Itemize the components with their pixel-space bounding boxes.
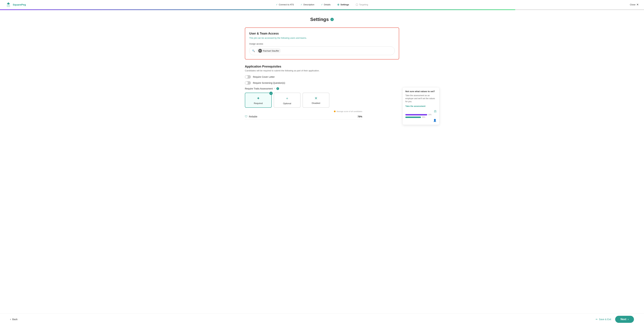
trait-option-optional[interactable]: ＋ Optional [274, 93, 300, 108]
avg-label: Average score of all candidates [336, 110, 362, 112]
reliable-label: Reliable [249, 115, 258, 118]
reliable-score: 79% [358, 115, 362, 118]
nav-step-label: Settings [340, 3, 349, 6]
svg-rect-2 [8, 3, 9, 5]
user-team-access-title: User & Team Access [249, 32, 395, 35]
avg-label-row: Average score of all candidates [245, 110, 362, 112]
nav-step-description[interactable]: ✓ Description [300, 3, 314, 6]
trait-option-label: Optional [283, 102, 291, 105]
chart-bar-row-2: 36% [405, 116, 436, 118]
prerequisites-description: Candidates will be required to submit th… [245, 69, 399, 72]
step-check-icon: ✓ [276, 3, 278, 6]
reliable-left: 🛡 Reliable [245, 115, 258, 118]
chart-bar-row-1: 19% [405, 114, 436, 116]
assign-access-label: Assign access [249, 42, 395, 45]
user-chip-label: Rachael Stauffer [263, 50, 279, 52]
scores-area: Average score of all candidates 🛡 Reliab… [245, 110, 362, 120]
info-icon[interactable]: i [330, 18, 334, 21]
tooltip-card: Not sure what values to set? Take the as… [402, 87, 440, 125]
nav-step-label: Details [324, 3, 330, 6]
top-nav: SquarePeg ✓ Connect to ATS ✓ Description… [0, 0, 644, 9]
search-icon: 🔍 [252, 49, 255, 52]
selected-check-badge: ✓ [269, 92, 273, 95]
tooltip-chart: ⚖ 19% 36% 👤 [405, 109, 436, 122]
close-icon: ✕ [636, 3, 639, 6]
trait-option-required[interactable]: ✓ ✦ Required [245, 93, 272, 108]
traits-label: Require Traits Assessment [245, 87, 273, 90]
user-chip: RS Rachael Stauffer [256, 48, 281, 53]
nav-step-connect-ats[interactable]: ✓ Connect to ATS [276, 3, 294, 6]
app-prerequisites-section: Application Prerequisites Candidates wil… [245, 65, 399, 120]
avatar: RS [258, 49, 262, 53]
bar1-pct: 19% [428, 114, 432, 116]
trait-option-label: Required [254, 102, 263, 104]
trait-option-disabled[interactable]: ✕ Disabled [302, 93, 330, 108]
logo-area: SquarePeg [5, 2, 26, 8]
step-check-icon: ✓ [300, 3, 302, 6]
nav-step-settings[interactable]: ⚙ Settings [337, 3, 349, 6]
disabled-icon: ✕ [314, 96, 318, 100]
logo-icon [5, 2, 12, 8]
nav-step-label: Description [304, 3, 314, 6]
balance-icon: ⚖ [434, 109, 436, 113]
cover-letter-label: Require Cover Letter [253, 75, 275, 78]
user-team-access-subtitle: This job can be accessed by the followin… [249, 37, 395, 39]
prerequisites-title: Application Prerequisites [245, 65, 399, 68]
optional-icon: ＋ [285, 96, 289, 101]
avg-dot [334, 111, 336, 112]
traits-options: ✓ ✦ Required ＋ Optional ✕ Disabled [245, 93, 399, 108]
page-title: Settings [310, 17, 329, 22]
nav-step-details[interactable]: ✓ Details [321, 3, 330, 6]
nav-step-label: Targeting [359, 3, 368, 6]
step-circle-icon [356, 3, 358, 6]
person-icon: 👤 [433, 119, 436, 122]
nav-step-targeting[interactable]: Targeting [356, 3, 368, 6]
screening-row: Require Screening Question(s) [245, 81, 399, 85]
reliable-row: 🛡 Reliable 79% [245, 114, 362, 120]
cover-letter-toggle[interactable] [245, 75, 251, 79]
traits-label-row: Require Traits Assessment * i [245, 87, 399, 90]
screening-label: Require Screening Question(s) [253, 82, 285, 84]
step-check-icon: ✓ [321, 3, 323, 6]
chart-bar-2 [405, 117, 421, 118]
svg-rect-0 [7, 5, 10, 7]
close-label: Close [630, 3, 636, 6]
main-content: Settings i User & Team Access This job c… [242, 10, 402, 145]
nav-step-label: Connect to ATS [279, 3, 294, 6]
traits-assessment-area: Require Traits Assessment * i ✓ ✦ Requir… [245, 87, 399, 120]
close-button[interactable]: Close ✕ [630, 3, 639, 6]
logo-text: SquarePeg [13, 3, 26, 6]
traits-info-icon[interactable]: i [276, 87, 279, 90]
screening-toggle[interactable] [245, 81, 251, 85]
shield-icon: 🛡 [245, 115, 248, 118]
trait-option-label: Disabled [312, 102, 320, 104]
assign-access-input[interactable]: 🔍 RS Rachael Stauffer [249, 46, 395, 55]
nav-steps: ✓ Connect to ATS ✓ Description ✓ Details… [276, 3, 368, 6]
page-title-row: Settings i [245, 17, 399, 22]
tooltip-title: Not sure what values to set? [405, 90, 436, 93]
cover-letter-row: Require Cover Letter [245, 75, 399, 79]
user-team-access-card: User & Team Access This job can be acces… [245, 27, 399, 59]
chart-bar-1 [405, 114, 427, 115]
tooltip-description: Take the assessment as an employer and w… [405, 94, 436, 103]
gear-icon: ⚙ [337, 3, 340, 6]
bar2-pct: 36% [422, 116, 425, 118]
take-assessment-link[interactable]: Take the assessment [405, 105, 436, 107]
required-icon: ✦ [256, 96, 260, 101]
